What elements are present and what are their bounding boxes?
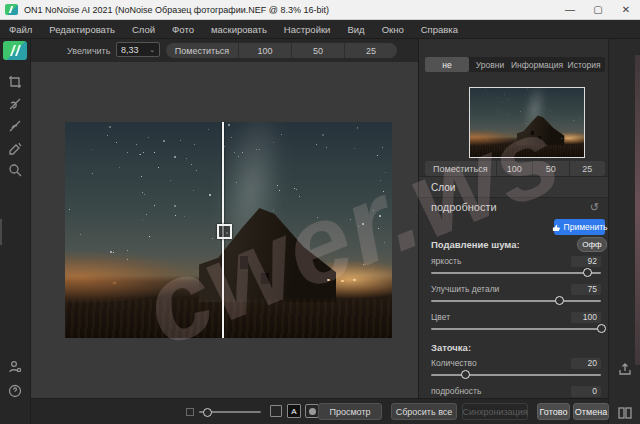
details-label: подробности [431, 201, 497, 213]
nav-fit-button[interactable]: Поместиться [425, 161, 497, 176]
mask-view-none-icon[interactable] [270, 405, 282, 417]
preview-opacity-slider[interactable] [199, 411, 261, 413]
slider-value[interactable]: 20 [571, 358, 601, 369]
close-button[interactable]: ✕ [612, 0, 640, 19]
menu-layer[interactable]: Слой [132, 24, 155, 35]
chevron-down-icon: ⌄ [149, 46, 155, 54]
cancel-button[interactable]: Отмена [573, 403, 609, 420]
slider-thumb[interactable] [461, 370, 470, 379]
navigator-thumbnail[interactable] [469, 87, 585, 158]
reset-icon[interactable]: ↺ [590, 201, 599, 214]
panel-grip[interactable] [0, 219, 2, 245]
slider-value[interactable]: 0 [571, 386, 601, 397]
details-section-header: подробности ↺ [419, 197, 609, 217]
on1-logo-icon[interactable] [3, 41, 27, 60]
menu-window[interactable]: Окно [382, 24, 404, 35]
navigator-zoom-group: Поместиться 100 50 25 [425, 161, 605, 176]
color-slider[interactable] [431, 328, 601, 330]
maximize-button[interactable]: ▢ [584, 0, 612, 19]
tab-info[interactable]: Информация [511, 57, 563, 72]
zoom-view-icon[interactable] [5, 160, 25, 180]
menu-edit[interactable]: Редактировать [49, 24, 115, 35]
zoom-value: 8,33 [121, 45, 139, 55]
menubar: Файл Редактировать Слой Фото маскировать… [0, 20, 640, 39]
noise-toggle[interactable]: Офф [577, 237, 607, 252]
nav-25-button[interactable]: 25 [570, 161, 605, 176]
zoom-50-button[interactable]: 50 [292, 43, 345, 58]
reset-all-button[interactable]: Сбросить все [391, 403, 457, 420]
apply-button[interactable]: Применить [554, 219, 605, 235]
slider-value[interactable]: 92 [571, 256, 601, 267]
enhance-detail-slider[interactable] [431, 300, 601, 302]
fit-button[interactable]: Поместиться [166, 43, 239, 58]
menu-mask[interactable]: маскировать [211, 24, 267, 35]
menu-settings[interactable]: Настройки [284, 24, 331, 35]
ai-quick-mask-icon[interactable] [5, 138, 25, 158]
masking-brush-icon[interactable] [5, 94, 25, 114]
slider-row-amount: Количество 20 [431, 357, 601, 383]
slider-row-color: Цвет 100 [431, 311, 601, 337]
nav-100-button[interactable]: 100 [497, 161, 534, 176]
image-canvas [31, 62, 418, 398]
zoom-preset-group: Поместиться 100 50 25 [166, 43, 397, 58]
zoom-100-button[interactable]: 100 [239, 43, 292, 58]
layers-label: Слои [431, 182, 455, 193]
window-title: ON1 NoNoise AI 2021 (NoNoise Образец фот… [24, 5, 329, 15]
menu-file[interactable]: Файл [9, 24, 32, 35]
nav-50-button[interactable]: 50 [533, 161, 570, 176]
account-icon[interactable] [5, 357, 25, 377]
slider-row-enhance-detail: Улучшить детали 75 [431, 283, 601, 309]
slider-value[interactable]: 75 [571, 284, 601, 295]
compare-view-icon[interactable] [617, 405, 633, 421]
bottom-bar: A Просмотр Сбросить все Синхронизация Го… [31, 398, 608, 424]
menu-photo[interactable]: Фото [172, 24, 194, 35]
zoom-25-button[interactable]: 25 [345, 43, 397, 58]
export-icon[interactable] [617, 361, 633, 377]
photo-preview[interactable] [470, 88, 584, 157]
sync-button[interactable]: Синхронизация [462, 403, 528, 420]
amount-slider[interactable] [431, 374, 601, 376]
slider-label: Улучшить детали [431, 284, 499, 294]
done-button[interactable]: Готово [537, 403, 570, 420]
mask-view-grayscale-icon[interactable] [305, 404, 319, 418]
slider-label: яркость [431, 256, 461, 266]
opacity-knob[interactable] [203, 408, 212, 417]
slider-value[interactable]: 100 [571, 312, 601, 323]
slider-label: Количество [431, 358, 477, 368]
preview-button[interactable]: Просмотр [318, 403, 382, 420]
brightness-slider[interactable] [431, 272, 601, 274]
divider-handle[interactable] [217, 224, 232, 239]
zoom-toolbar: Увеличить 8,33 ⌄ Поместиться 100 50 25 [31, 39, 418, 62]
barn-window [538, 136, 541, 139]
slider-thumb[interactable] [555, 296, 564, 305]
tab-histogram[interactable]: не [425, 57, 469, 72]
perfect-brush-icon[interactable] [5, 116, 25, 136]
mask-view-overlay-icon[interactable]: A [287, 404, 301, 418]
barn-window [240, 256, 248, 269]
thumbs-up-icon [552, 223, 561, 232]
field-texture [470, 145, 584, 157]
tab-history[interactable]: История [563, 57, 605, 72]
menu-view[interactable]: Вид [347, 24, 364, 35]
menu-help[interactable]: Справка [421, 24, 458, 35]
minimize-button[interactable]: — [556, 0, 584, 19]
tool-sidebar [0, 39, 31, 424]
slider-label: подробность [431, 386, 481, 396]
slider-thumb[interactable] [597, 324, 606, 333]
preview-size-icon[interactable] [186, 408, 194, 416]
horizon-lights [561, 138, 562, 139]
field-texture [65, 299, 392, 338]
tab-levels[interactable]: Уровни [469, 57, 511, 72]
crop-tool-icon[interactable] [5, 72, 25, 92]
slider-thumb[interactable] [583, 268, 592, 277]
on1-nonoise-window: ON1 NoNoise AI 2021 (NoNoise Образец фот… [0, 0, 640, 424]
layers-section-header[interactable]: Слои [419, 176, 609, 198]
photo-preview[interactable] [65, 122, 392, 338]
app-logo-icon [5, 4, 18, 15]
sharpening-section-label: Заточка: [431, 342, 471, 353]
edit-panel: не Уровни Информация История Поместиться… [418, 39, 608, 398]
help-icon[interactable] [5, 381, 25, 401]
zoom-level-select[interactable]: 8,33 ⌄ [116, 42, 160, 57]
barn-window [261, 273, 269, 284]
apply-label: Применить [564, 222, 608, 232]
